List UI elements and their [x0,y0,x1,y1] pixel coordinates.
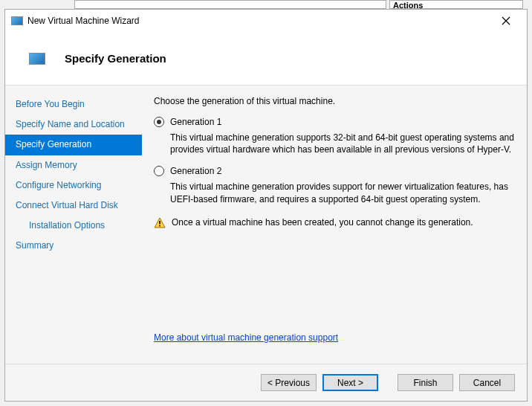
warning-icon [154,217,166,229]
previous-button[interactable]: < Previous [261,374,317,391]
gen1-description: This virtual machine generation supports… [170,132,515,155]
sidebar-item-connect-vhd[interactable]: Connect Virtual Hard Disk [5,196,142,216]
monitor-icon [11,16,23,25]
bg-actions-header: Actions [389,0,523,9]
intro-text: Choose the generation of this virtual ma… [154,96,515,106]
wizard-dialog: New Virtual Machine Wizard Specify Gener… [4,9,528,402]
titlebar: New Virtual Machine Wizard [5,10,527,32]
close-icon [502,16,510,25]
wizard-footer: < Previous Next > Finish Cancel [5,364,527,401]
sidebar-item-before-you-begin[interactable]: Before You Begin [5,94,142,115]
wizard-body: Before You Begin Specify Name and Locati… [5,86,527,364]
gen2-description: This virtual machine generation provides… [170,181,515,204]
monitor-icon [29,53,45,65]
sidebar-item-assign-memory[interactable]: Assign Memory [5,155,142,175]
radio-input-gen1[interactable] [154,117,164,127]
sidebar-item-specify-name[interactable]: Specify Name and Location [5,115,142,135]
svg-rect-3 [159,221,160,225]
sidebar-item-installation-options[interactable]: Installation Options [5,216,142,236]
more-info-link[interactable]: More about virtual machine generation su… [154,332,338,343]
wizard-content: Choose the generation of this virtual ma… [142,86,527,364]
radio-generation-2[interactable]: Generation 2 [154,166,515,176]
sidebar-item-summary[interactable]: Summary [5,236,142,256]
sidebar-item-configure-networking[interactable]: Configure Networking [5,175,142,196]
radio-label-gen1: Generation 1 [170,117,221,127]
wizard-header: Specify Generation [5,32,527,86]
cancel-button[interactable]: Cancel [459,374,515,391]
warning-text: Once a virtual machine has been created,… [172,217,473,228]
warning-row: Once a virtual machine has been created,… [154,217,515,229]
svg-rect-4 [159,225,160,227]
next-button[interactable]: Next > [322,374,378,391]
bg-panel [74,0,386,9]
radio-label-gen2: Generation 2 [170,166,221,176]
page-title: Specify Generation [65,52,166,65]
window-title: New Virtual Machine Wizard [27,16,491,26]
finish-button[interactable]: Finish [398,374,453,391]
close-button[interactable] [491,11,521,30]
radio-generation-1[interactable]: Generation 1 [154,117,515,127]
radio-input-gen2[interactable] [154,166,164,176]
wizard-sidebar: Before You Begin Specify Name and Locati… [5,86,142,364]
sidebar-item-specify-generation[interactable]: Specify Generation [5,135,142,155]
